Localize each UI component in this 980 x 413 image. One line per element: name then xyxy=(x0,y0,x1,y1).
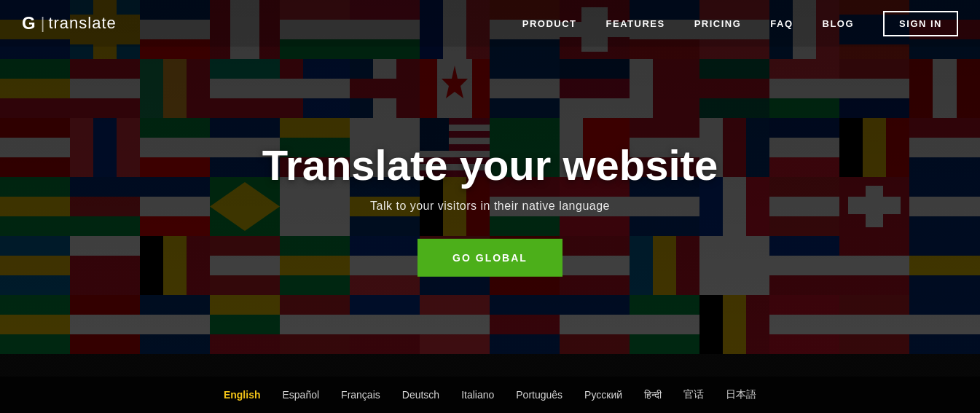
lang-hindi[interactable]: हिन्दी xyxy=(644,389,662,401)
hero-section: G | translate PRODUCT FEATURES PRICING F… xyxy=(0,0,980,413)
cta-button[interactable]: GO GLOBAL xyxy=(418,239,562,277)
nav-item-product[interactable]: PRODUCT xyxy=(522,17,577,30)
logo-name: translate xyxy=(48,14,116,33)
nav-link-features[interactable]: FEATURES xyxy=(606,18,665,29)
navbar: G | translate PRODUCT FEATURES PRICING F… xyxy=(0,0,980,47)
logo-g-letter: G xyxy=(22,13,36,34)
logo[interactable]: G | translate xyxy=(22,13,117,34)
nav-item-blog[interactable]: BLOG xyxy=(823,17,855,30)
lang-espanol[interactable]: Español xyxy=(282,389,319,401)
lang-italiano[interactable]: Italiano xyxy=(461,389,494,401)
nav-links: PRODUCT FEATURES PRICING FAQ BLOG SIGN I… xyxy=(522,17,958,30)
lang-francais[interactable]: Français xyxy=(341,389,380,401)
language-bar: English Español Français Deutsch Italian… xyxy=(0,377,980,413)
lang-portugues[interactable]: Português xyxy=(516,389,562,401)
logo-divider: | xyxy=(41,14,46,33)
lang-russian[interactable]: Русский xyxy=(584,389,622,401)
nav-item-pricing[interactable]: PRICING xyxy=(694,17,742,30)
nav-link-faq[interactable]: FAQ xyxy=(770,18,793,29)
hero-subtitle: Talk to your visitors in their native la… xyxy=(199,200,782,213)
nav-item-signin[interactable]: SIGN IN xyxy=(883,17,958,30)
nav-link-pricing[interactable]: PRICING xyxy=(694,18,742,29)
nav-link-product[interactable]: PRODUCT xyxy=(522,18,577,29)
lang-japanese[interactable]: 日本語 xyxy=(726,388,756,401)
nav-link-blog[interactable]: BLOG xyxy=(823,18,855,29)
nav-item-faq[interactable]: FAQ xyxy=(770,17,793,30)
lang-deutsch[interactable]: Deutsch xyxy=(402,389,439,401)
hero-title: Translate your website xyxy=(199,141,782,188)
lang-chinese[interactable]: 官话 xyxy=(683,388,704,401)
nav-item-features[interactable]: FEATURES xyxy=(606,17,665,30)
signin-button[interactable]: SIGN IN xyxy=(883,11,958,36)
lang-english[interactable]: English xyxy=(224,389,261,401)
hero-content: Translate your website Talk to your visi… xyxy=(199,141,782,277)
